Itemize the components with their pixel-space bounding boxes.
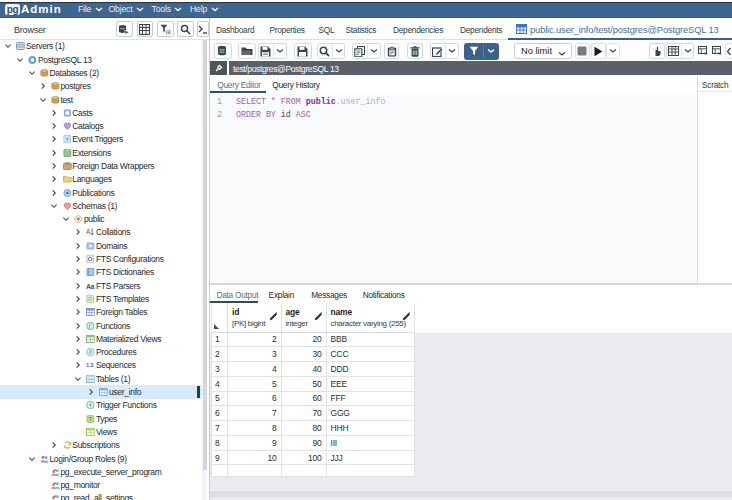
svg-text:Aa: Aa (86, 282, 95, 289)
svg-text:A: A (86, 229, 91, 236)
svg-text:1.3: 1.3 (86, 363, 93, 369)
